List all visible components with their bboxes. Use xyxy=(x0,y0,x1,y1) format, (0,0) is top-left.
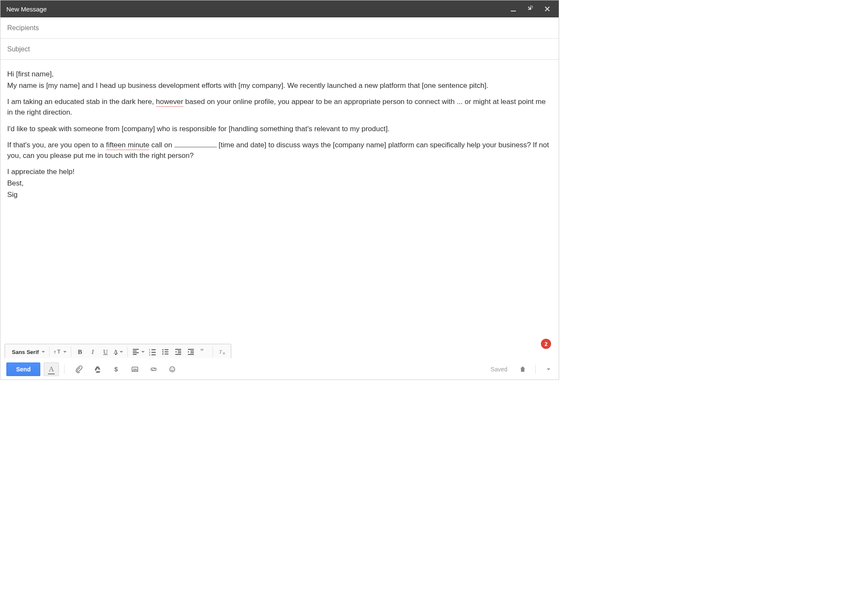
recipients-input[interactable] xyxy=(7,24,552,32)
font-family-dropdown[interactable]: Sans Serif xyxy=(8,346,47,358)
svg-point-7 xyxy=(162,351,164,353)
compose-titlebar: New Message xyxy=(0,0,559,17)
numbered-list-button[interactable]: 123 xyxy=(146,346,159,358)
svg-point-16 xyxy=(171,368,172,369)
align-left-icon xyxy=(132,348,140,356)
separator xyxy=(64,365,64,374)
window-title: New Message xyxy=(6,6,47,13)
body-line: I'd like to speak with someone from [com… xyxy=(7,125,389,133)
attach-file-button[interactable] xyxy=(71,362,87,376)
image-icon xyxy=(131,365,139,373)
dollar-icon: $ xyxy=(112,365,120,373)
send-button[interactable]: Send xyxy=(6,362,40,376)
separator xyxy=(535,365,536,374)
formatting-toolbar: Sans Serif тT B I U A 123 ” T✕ xyxy=(5,344,231,360)
saved-status: Saved xyxy=(490,366,507,373)
caret-down-icon xyxy=(547,368,550,370)
caret-down-icon xyxy=(141,351,145,353)
quote-button[interactable]: ” xyxy=(197,346,210,358)
svg-rect-0 xyxy=(511,11,516,11)
more-options-button[interactable] xyxy=(543,362,553,376)
svg-point-6 xyxy=(162,349,164,351)
numbered-list-icon: 123 xyxy=(149,348,157,356)
body-line: Best, xyxy=(7,179,24,187)
svg-text:”: ” xyxy=(200,348,204,355)
blank-line xyxy=(174,140,217,147)
separator xyxy=(213,347,213,357)
compose-actionbar: Send A $ Saved xyxy=(0,358,559,379)
subject-input[interactable] xyxy=(7,45,552,53)
caret-down-icon xyxy=(42,351,45,353)
trash-icon xyxy=(519,365,526,373)
insert-photo-button[interactable] xyxy=(127,362,143,376)
emoji-icon xyxy=(168,365,176,373)
svg-text:3: 3 xyxy=(149,354,151,356)
svg-text:T: T xyxy=(219,348,222,355)
discard-draft-button[interactable] xyxy=(515,362,530,376)
svg-point-15 xyxy=(170,367,175,372)
remove-formatting-button[interactable]: T✕ xyxy=(216,346,228,358)
popout-button[interactable] xyxy=(525,3,536,14)
body-line: call on xyxy=(149,141,174,149)
indent-more-button[interactable] xyxy=(185,346,197,358)
formatting-toggle-button[interactable]: A xyxy=(44,362,59,376)
bulleted-list-icon xyxy=(162,348,169,356)
bulleted-list-button[interactable] xyxy=(159,346,172,358)
link-icon xyxy=(150,365,157,373)
grammar-flag: however xyxy=(156,98,183,107)
quote-icon: ” xyxy=(200,348,207,356)
insert-emoji-button[interactable] xyxy=(165,362,180,376)
body-line: If that's you, are you open to a xyxy=(7,141,106,149)
subject-row xyxy=(0,39,559,60)
grammar-flag: fifteen minute xyxy=(106,141,149,150)
minimize-button[interactable] xyxy=(508,3,519,14)
close-button[interactable] xyxy=(542,3,553,14)
remove-formatting-icon: T✕ xyxy=(218,348,226,356)
separator xyxy=(127,347,128,357)
svg-point-17 xyxy=(173,368,174,369)
italic-button[interactable]: I xyxy=(87,346,99,358)
body-line: Sig xyxy=(7,191,18,199)
svg-point-8 xyxy=(162,354,164,355)
font-size-dropdown[interactable]: тT xyxy=(52,346,68,358)
recipients-row xyxy=(0,17,559,39)
caret-down-icon xyxy=(120,351,123,353)
svg-text:T: T xyxy=(57,348,60,355)
insert-money-button[interactable]: $ xyxy=(109,362,124,376)
separator xyxy=(71,347,71,357)
caret-down-icon xyxy=(63,351,67,353)
text-size-icon: тT xyxy=(54,348,62,356)
underline-button[interactable]: U xyxy=(99,346,112,358)
svg-text:т: т xyxy=(54,349,56,354)
svg-text:✕: ✕ xyxy=(222,351,226,356)
svg-text:$: $ xyxy=(115,365,118,373)
indent-less-button[interactable] xyxy=(172,346,185,358)
message-body[interactable]: Hi [first name], My name is [my name] an… xyxy=(0,60,559,332)
insert-link-button[interactable] xyxy=(146,362,161,376)
separator xyxy=(49,347,50,357)
drive-icon xyxy=(94,365,101,373)
paperclip-icon xyxy=(75,365,83,373)
indent-more-icon xyxy=(187,348,195,356)
text-format-icon: A xyxy=(47,365,56,374)
body-line: I am taking an educated stab in the dark… xyxy=(7,98,156,106)
svg-point-14 xyxy=(134,368,134,369)
align-dropdown[interactable] xyxy=(130,346,146,358)
bold-button[interactable]: B xyxy=(74,346,87,358)
body-line: My name is [my name] and I head up busin… xyxy=(7,81,488,90)
text-color-dropdown[interactable]: A xyxy=(112,346,125,358)
indent-less-icon xyxy=(174,348,182,356)
insert-drive-button[interactable] xyxy=(90,362,105,376)
notification-badge[interactable]: 2 xyxy=(541,339,551,349)
body-line: I appreciate the help! xyxy=(7,168,75,176)
body-line: Hi [first name], xyxy=(7,70,54,78)
